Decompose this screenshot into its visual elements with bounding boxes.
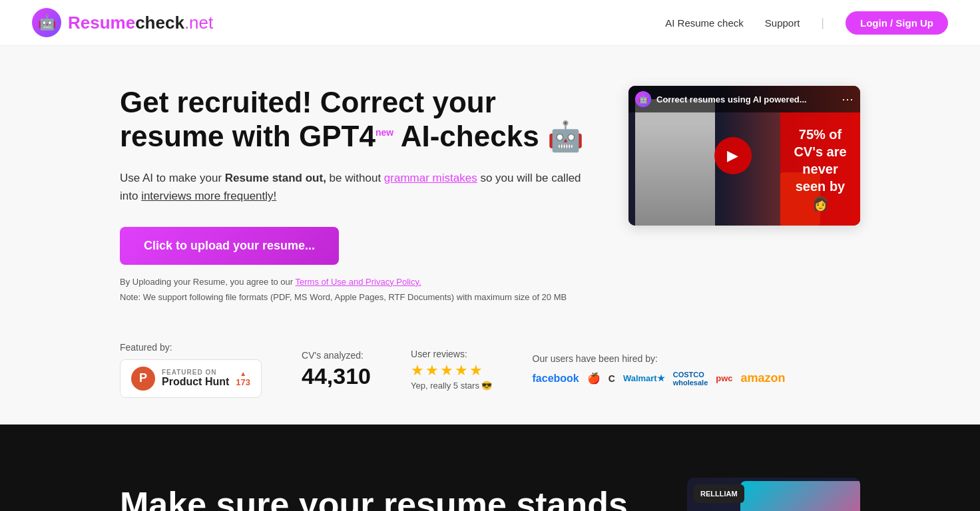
terms-link[interactable]: Terms of Use and Privacy Policy. bbox=[296, 277, 421, 287]
ph-featured-label: FEATURED ON bbox=[162, 369, 229, 376]
nav-support[interactable]: Support bbox=[765, 17, 800, 29]
reviews-label: User reviews: bbox=[411, 349, 492, 359]
ph-arrow-icon: ▲ bbox=[240, 370, 246, 377]
amazon-logo: amazon bbox=[741, 371, 786, 385]
featured-label-group: Featured by: P FEATURED ON Product Hunt … bbox=[120, 342, 262, 398]
interviews-link[interactable]: interviews more frequently! bbox=[141, 190, 276, 202]
hired-logos: facebook 🍎 C Walmart★ COSTCOwholesale pw… bbox=[533, 371, 786, 387]
nav-ai-resume[interactable]: AI Resume check bbox=[665, 17, 744, 29]
coinbase-logo: C bbox=[609, 373, 615, 384]
stats-number: 44,310 bbox=[302, 363, 371, 389]
video-title: Correct resumes using AI powered... bbox=[656, 94, 807, 104]
dark-right: RELLLIAM bbox=[687, 478, 860, 511]
video-title-bar: 🤖 Correct resumes using AI powered... ⋯ bbox=[628, 86, 860, 112]
walmart-logo: Walmart★ bbox=[623, 373, 665, 383]
costco-logo: COSTCOwholesale bbox=[673, 371, 708, 387]
reviews-block: User reviews: ★★★★★ Yep, really 5 stars … bbox=[411, 349, 492, 391]
product-hunt-logo: P bbox=[131, 367, 155, 391]
reviews-sub: Yep, really 5 stars 😎 bbox=[411, 381, 492, 391]
dark-title: Make sure your resume stands out for the… bbox=[120, 486, 647, 511]
featured-label: Featured by: bbox=[120, 342, 262, 353]
video-overlay: 75% of CV's are never seen by 👩 bbox=[780, 112, 860, 226]
product-hunt-text: FEATURED ON Product Hunt bbox=[162, 369, 229, 388]
logo-text: Resumecheck.net bbox=[68, 13, 213, 33]
video-person bbox=[635, 99, 715, 226]
star-rating: ★★★★★ bbox=[411, 362, 492, 379]
dark-img-card: RELLLIAM bbox=[694, 484, 744, 503]
new-badge: new bbox=[375, 127, 393, 138]
hero-section: Get recruited! Correct your resume with … bbox=[0, 46, 980, 329]
note-text: Note: We support following file formats … bbox=[120, 292, 597, 302]
login-button[interactable]: Login / Sign Up bbox=[846, 11, 948, 35]
social-proof-section: Featured by: P FEATURED ON Product Hunt … bbox=[0, 329, 980, 425]
stats-block: CV's analyzed: 44,310 bbox=[302, 350, 371, 389]
video-play-button[interactable]: ▶ bbox=[714, 137, 752, 174]
hero-right: 🤖 Correct resumes using AI powered... ⋯ … bbox=[628, 86, 860, 226]
terms-text: By Uploading your Resume, you agree to o… bbox=[120, 277, 597, 287]
logo-icon: 🤖 bbox=[32, 8, 61, 37]
dark-left: Make sure your resume stands out for the… bbox=[120, 486, 647, 511]
upload-resume-button[interactable]: Click to upload your resume... bbox=[120, 227, 339, 265]
hired-label: Our users have been hired by: bbox=[533, 353, 786, 364]
stats-label: CV's analyzed: bbox=[302, 350, 371, 361]
ph-name: Product Hunt bbox=[162, 376, 229, 388]
apple-logo: 🍎 bbox=[587, 372, 601, 385]
pwc-logo: pwc bbox=[716, 373, 732, 383]
facebook-logo: facebook bbox=[533, 373, 579, 385]
hero-title: Get recruited! Correct your resume with … bbox=[120, 86, 597, 153]
hero-left: Get recruited! Correct your resume with … bbox=[120, 86, 597, 302]
logo[interactable]: 🤖 Resumecheck.net bbox=[32, 8, 213, 37]
navbar: 🤖 Resumecheck.net AI Resume check Suppor… bbox=[0, 0, 980, 46]
dark-image: RELLLIAM bbox=[687, 478, 860, 511]
video-channel-avatar: 🤖 bbox=[635, 91, 651, 107]
hero-subtitle: Use AI to make your Resume stand out, be… bbox=[120, 169, 597, 205]
nav-links: AI Resume check Support | Login / Sign U… bbox=[665, 11, 948, 35]
ph-vote-count: ▲ 173 bbox=[236, 370, 250, 387]
grammar-link[interactable]: grammar mistakes bbox=[384, 172, 477, 184]
dark-img-person bbox=[740, 481, 860, 511]
video-thumbnail[interactable]: 🤖 Correct resumes using AI powered... ⋯ … bbox=[628, 86, 860, 226]
video-more-icon: ⋯ bbox=[842, 92, 854, 106]
nav-separator: | bbox=[821, 16, 824, 30]
dark-section: Make sure your resume stands out for the… bbox=[0, 425, 980, 511]
product-hunt-badge[interactable]: P FEATURED ON Product Hunt ▲ 173 bbox=[120, 359, 262, 398]
hired-block: Our users have been hired by: facebook 🍎… bbox=[533, 353, 786, 387]
